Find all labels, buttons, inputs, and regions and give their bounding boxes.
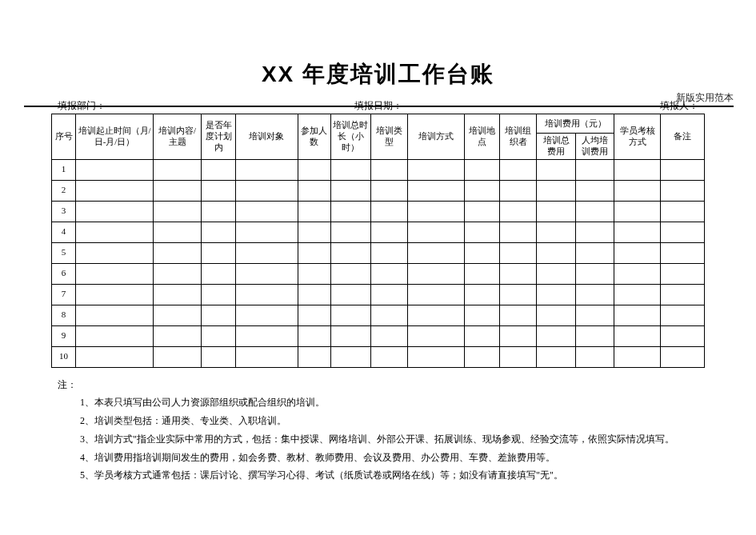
table-cell <box>464 159 499 180</box>
table-cell <box>661 284 705 305</box>
table-cell <box>661 242 705 263</box>
row-seq-cell: 1 <box>52 159 76 180</box>
table-cell <box>76 159 154 180</box>
table-cell <box>76 263 154 284</box>
note-item: 2、培训类型包括：通用类、专业类、入职培训。 <box>85 412 698 430</box>
table-cell <box>370 242 407 263</box>
table-cell <box>500 242 537 263</box>
table-cell <box>202 325 235 346</box>
table-cell <box>202 180 235 201</box>
table-cell <box>661 305 705 325</box>
table-row: 6 <box>52 263 705 284</box>
col-hours: 培训总时长（小时） <box>330 114 370 160</box>
table-cell <box>298 305 330 325</box>
table-cell <box>370 284 407 305</box>
note-item: 5、学员考核方式通常包括：课后讨论、撰写学习心得、考试（纸质试卷或网络在线）等；… <box>85 466 698 485</box>
table-cell <box>408 305 465 325</box>
table-cell <box>661 325 705 346</box>
col-fee-total: 培训总费用 <box>537 134 575 160</box>
table-cell <box>370 305 407 325</box>
table-cell <box>614 242 661 263</box>
table-cell <box>76 180 154 201</box>
col-remark: 备注 <box>661 114 705 160</box>
table-cell <box>298 325 330 346</box>
table-cell <box>537 305 575 325</box>
row-seq-cell: 5 <box>52 242 76 263</box>
table-cell <box>153 263 201 284</box>
table-cell <box>500 325 537 346</box>
table-cell <box>370 263 407 284</box>
table-cell <box>464 180 499 201</box>
table-cell <box>202 242 235 263</box>
row-seq-cell: 9 <box>52 325 76 346</box>
table-cell <box>500 159 537 180</box>
table-cell <box>614 325 661 346</box>
table-cell <box>464 263 499 284</box>
table-cell <box>614 305 661 325</box>
table-cell <box>370 180 407 201</box>
table-cell <box>298 180 330 201</box>
col-time: 培训起止时间（月/日-月/日） <box>76 114 154 160</box>
table-cell <box>153 201 201 222</box>
table-cell <box>408 346 465 367</box>
note-item: 1、本表只填写由公司人力资源部组织或配合组织的培训。 <box>85 393 698 412</box>
col-location: 培训地点 <box>464 114 499 160</box>
table-cell <box>575 242 614 263</box>
table-cell <box>153 242 201 263</box>
table-row: 7 <box>52 284 705 305</box>
table-cell <box>575 180 614 201</box>
row-seq-cell: 10 <box>52 346 76 367</box>
table-cell <box>370 159 407 180</box>
table-cell <box>408 222 465 242</box>
row-seq-cell: 8 <box>52 305 76 325</box>
table-cell <box>661 263 705 284</box>
table-cell <box>76 201 154 222</box>
col-topic: 培训内容/主题 <box>153 114 201 160</box>
col-exam: 学员考核方式 <box>614 114 661 160</box>
table-cell <box>76 242 154 263</box>
table-cell <box>408 284 465 305</box>
row-seq-cell: 2 <box>52 180 76 201</box>
table-cell <box>153 159 201 180</box>
meta-row: 填报部门： 填报日期： 填报人： <box>58 99 698 112</box>
table-cell <box>408 201 465 222</box>
table-cell <box>330 325 370 346</box>
ledger-table: 序号 培训起止时间（月/日-月/日） 培训内容/主题 是否年度计划内 培训对象 … <box>51 114 705 368</box>
table-cell <box>330 284 370 305</box>
table-cell <box>500 222 537 242</box>
col-type: 培训类型 <box>370 114 407 160</box>
table-cell <box>408 263 465 284</box>
table-cell <box>330 242 370 263</box>
table-cell <box>614 222 661 242</box>
table-cell <box>614 180 661 201</box>
col-fee-group: 培训费用（元） <box>537 114 614 134</box>
table-cell <box>153 325 201 346</box>
table-cell <box>464 284 499 305</box>
table-cell <box>76 346 154 367</box>
table-cell <box>464 222 499 242</box>
table-cell <box>500 346 537 367</box>
table-cell <box>575 263 614 284</box>
table-cell <box>153 222 201 242</box>
table-row: 9 <box>52 325 705 346</box>
table-cell <box>235 284 298 305</box>
table-cell <box>202 305 235 325</box>
table-cell <box>537 263 575 284</box>
table-cell <box>330 201 370 222</box>
table-cell <box>235 305 298 325</box>
table-cell <box>500 263 537 284</box>
table-cell <box>330 159 370 180</box>
table-cell <box>661 180 705 201</box>
row-seq-cell: 3 <box>52 201 76 222</box>
table-cell <box>298 346 330 367</box>
table-cell <box>202 346 235 367</box>
table-cell <box>202 201 235 222</box>
table-row: 5 <box>52 242 705 263</box>
row-seq-cell: 6 <box>52 263 76 284</box>
table-cell <box>575 346 614 367</box>
row-seq-cell: 7 <box>52 284 76 305</box>
table-cell <box>464 242 499 263</box>
table-cell <box>76 284 154 305</box>
table-cell <box>614 201 661 222</box>
table-cell <box>370 346 407 367</box>
